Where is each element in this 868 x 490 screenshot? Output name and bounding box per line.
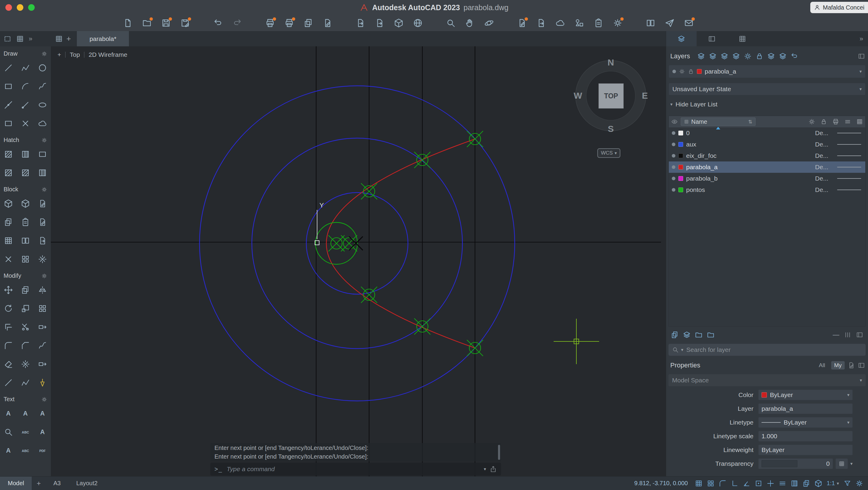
drawing-viewport[interactable]: Y + Top 2D Wireframe N W E S TOP WCS ▾ E… <box>51 46 666 477</box>
gear-icon[interactable] <box>41 396 47 402</box>
command-history-scrollbar[interactable] <box>498 445 500 460</box>
make-current-icon[interactable] <box>767 52 775 60</box>
open-button[interactable] <box>140 17 153 29</box>
command-input[interactable] <box>226 465 480 473</box>
spell-check-tool[interactable] <box>17 423 34 441</box>
plot-button[interactable] <box>264 17 277 29</box>
page-setup-button[interactable] <box>321 17 334 29</box>
import-layer-state-icon[interactable] <box>695 331 703 339</box>
trim-tool[interactable] <box>17 318 34 336</box>
layer-state-dropdown[interactable]: Unsaved Layer State ▾ <box>669 83 866 95</box>
lineweight-display-toggle[interactable] <box>779 480 786 487</box>
region-tool[interactable] <box>0 114 17 133</box>
tab-overview-icon[interactable] <box>55 35 63 43</box>
lock-column-icon[interactable] <box>820 119 827 125</box>
manage-attributes-tool[interactable] <box>0 231 17 250</box>
minimize-window-button[interactable] <box>17 4 23 11</box>
gear-icon[interactable] <box>41 273 47 279</box>
mirror-tool[interactable] <box>34 281 51 299</box>
reassociate-hatch-tool[interactable] <box>34 164 51 182</box>
new-layout-button[interactable]: + <box>32 479 45 488</box>
user-account-chip[interactable]: Mafalda Concei <box>810 2 868 13</box>
save-as-button[interactable] <box>179 17 192 29</box>
count-button[interactable] <box>592 17 605 29</box>
gear-icon[interactable] <box>41 187 47 193</box>
layer-row-aux[interactable]: aux De... <box>669 139 865 150</box>
arc-tool[interactable] <box>17 77 34 96</box>
xref-attach-tool[interactable] <box>17 231 34 250</box>
chevron-down-icon[interactable]: ▾ <box>681 347 683 353</box>
rectangle-tool[interactable] <box>0 77 17 96</box>
extend-tool[interactable] <box>34 318 51 336</box>
lengthen-tool[interactable] <box>34 373 51 392</box>
explode-tool[interactable] <box>17 355 34 373</box>
edit-attribute-tool[interactable] <box>34 213 51 231</box>
lineweight-column-icon[interactable] <box>844 119 851 125</box>
filter-all-button[interactable]: All <box>816 361 828 369</box>
solid-fill-tool[interactable] <box>0 164 17 182</box>
layer-row-0[interactable]: 0 De... <box>669 127 865 139</box>
layer-previous-icon[interactable] <box>790 52 798 60</box>
orbit-button[interactable] <box>483 17 496 29</box>
transparency-slider[interactable] <box>762 460 798 467</box>
gradient-tool[interactable] <box>17 145 34 164</box>
command-input-bar[interactable]: >_ ▾ <box>210 462 501 476</box>
chevron-down-icon[interactable]: ▾ <box>850 461 853 466</box>
drawing-sync-button[interactable] <box>554 17 567 29</box>
block-editor-tool[interactable] <box>34 194 51 213</box>
ortho-mode-toggle[interactable] <box>731 480 739 487</box>
columns-icon[interactable] <box>844 331 851 338</box>
grid-display-toggle[interactable] <box>695 480 703 487</box>
image-attach-tool[interactable] <box>34 231 51 250</box>
color-dropdown[interactable]: ByLayer ▾ <box>758 390 853 400</box>
hardware-acceleration-toggle[interactable] <box>856 480 863 487</box>
isolate-objects-toggle[interactable] <box>843 480 851 487</box>
lineweight-dropdown[interactable]: ByLayer <box>758 445 853 455</box>
join-tool[interactable] <box>17 373 34 392</box>
plot-preview-button[interactable] <box>302 17 315 29</box>
layer-freeze-icon[interactable] <box>744 52 752 60</box>
markup-assist-button[interactable] <box>515 17 529 29</box>
layer-color-swatch[interactable] <box>678 153 683 158</box>
new-drawing-tab-button[interactable]: + <box>66 34 71 43</box>
object-snap-tracking-toggle[interactable] <box>767 480 774 487</box>
layer-status-dot[interactable] <box>672 188 675 192</box>
pan-button[interactable] <box>463 17 476 29</box>
viewport-visual-style-control[interactable]: 2D Wireframe <box>89 51 127 58</box>
erase-tool[interactable] <box>0 355 17 373</box>
boundary-tool[interactable] <box>34 145 51 164</box>
viewport-view-control[interactable]: Top <box>70 51 80 58</box>
etransmit-button[interactable] <box>392 17 405 29</box>
quick-properties-icon[interactable] <box>848 362 855 369</box>
array-tool[interactable] <box>34 299 51 318</box>
layer-unisolate-icon[interactable] <box>732 52 740 60</box>
layer-status-dot[interactable] <box>672 142 675 146</box>
layer-off-icon[interactable] <box>709 52 717 60</box>
scale-text-tool[interactable] <box>17 441 34 460</box>
properties-palette-tab[interactable] <box>696 31 727 46</box>
export-layer-state-icon[interactable] <box>707 331 715 339</box>
layer-row-pontos[interactable]: pontos De... <box>669 184 865 196</box>
offset-tool[interactable] <box>0 318 17 336</box>
name-column-header[interactable]: Name ⇅ <box>681 118 755 126</box>
insert-block-tool[interactable] <box>0 194 17 213</box>
palette-overflow-icon[interactable]: » <box>860 35 868 43</box>
layer-color-swatch[interactable] <box>678 176 683 181</box>
set-base-point-tool[interactable] <box>0 250 17 268</box>
revision-cloud-tool[interactable] <box>34 114 51 133</box>
layer-match-icon[interactable] <box>779 52 787 60</box>
point-tool[interactable] <box>17 114 34 133</box>
publish-button[interactable] <box>411 17 425 29</box>
overflow-chevrons-icon[interactable]: » <box>29 35 32 43</box>
snap-mode-toggle[interactable] <box>707 480 715 487</box>
define-attribute-tool[interactable] <box>17 213 34 231</box>
write-block-tool[interactable] <box>0 213 17 231</box>
edit-text-tool[interactable] <box>34 404 51 423</box>
current-layer-dropdown[interactable]: parabola_a ▾ <box>669 65 866 78</box>
viewcube-top-face[interactable]: TOP <box>598 84 624 108</box>
viewcube[interactable]: N W E S TOP <box>572 57 650 134</box>
layer-states-icon[interactable] <box>683 331 691 339</box>
create-block-tool[interactable] <box>17 194 34 213</box>
panel-anchor-icon[interactable] <box>858 53 865 60</box>
layer-status-dot[interactable] <box>672 131 675 135</box>
